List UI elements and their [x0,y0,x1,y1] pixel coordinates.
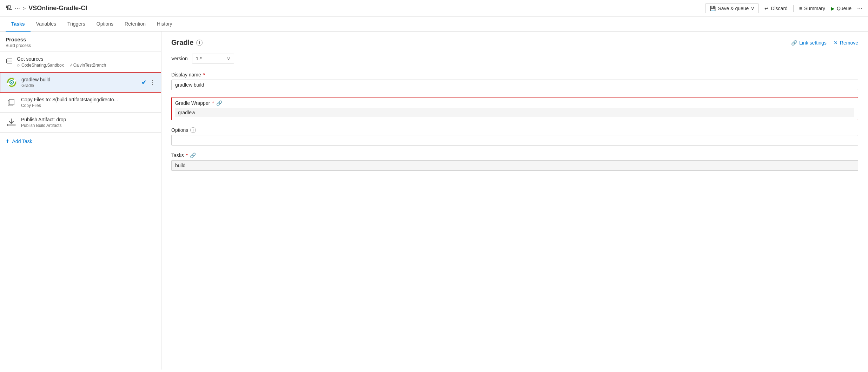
version-select[interactable]: 1.* ∨ [192,54,234,63]
floppy-icon: 💾 [710,6,716,11]
tasks-link-icon[interactable]: 🔗 [190,153,196,158]
task-name-gradlew-build: gradlew build [21,77,137,82]
display-name-label-text: Display name [171,72,201,77]
gradle-wrapper-value: gradlew [175,108,854,117]
tasks-input[interactable] [171,160,858,171]
summary-lines-icon: ≡ [799,6,802,11]
link-settings-button[interactable]: 🔗 Link settings [791,40,827,46]
topbar-more-dots[interactable]: ··· [15,5,20,12]
tasks-required: * [186,153,188,158]
svg-rect-9 [9,99,14,105]
process-header: Process Build process [0,32,161,52]
options-label: Options i [171,127,858,133]
topbar-left: 🏗 ··· > VSOnline-Gradle-CI [6,5,705,12]
tab-navigation: Tasks Variables Triggers Options Retenti… [0,17,868,32]
add-task-row[interactable]: + Add Task [0,133,161,150]
options-info-icon[interactable]: i [190,127,196,133]
discard-button[interactable]: ↩ Discard [764,6,787,11]
tasks-field-group: Tasks * 🔗 [171,153,858,171]
save-queue-button[interactable]: 💾 Save & queue ∨ [705,4,759,13]
options-label-text: Options [171,127,188,133]
topbar-overflow-icon[interactable]: ··· [857,5,862,12]
branch-icon: ⑂ [69,63,72,68]
get-sources-name: Get sources [17,56,155,62]
main-layout: Process Build process Get sources ◇ [0,32,868,370]
version-chevron-icon: ∨ [227,56,230,61]
version-row: Version 1.* ∨ [171,54,858,63]
task-name-publish-artifact: Publish Artifact: drop [21,117,155,122]
tasks-field-label: Tasks * 🔗 [171,153,858,158]
gradle-wrapper-field-group: Gradle Wrapper * 🔗 gradlew [171,97,858,120]
task-row-gradlew-build[interactable]: gradlew build Gradle ✔ ⋮ [0,72,161,93]
tab-retention[interactable]: Retention [119,17,151,32]
remove-x-icon: ✕ [834,40,838,46]
task-type-gradlew-build: Gradle [21,83,137,88]
play-icon: ▶ [831,6,835,11]
right-panel-title: Gradle i [171,39,203,47]
task-kebab-icon[interactable]: ⋮ [150,79,155,86]
undo-icon: ↩ [764,6,769,11]
get-sources-branch: ⑂ CalvinTestBranch [69,63,106,68]
version-label: Version [171,56,188,61]
gradle-wrapper-label-text: Gradle Wrapper [175,100,210,106]
task-type-copy-files: Copy Files [21,103,155,108]
get-sources-icon [6,57,13,67]
add-task-plus-icon: + [6,137,9,145]
queue-button[interactable]: ▶ Queue [831,6,852,11]
tab-variables[interactable]: Variables [31,17,62,32]
tasks-label-text: Tasks [171,153,184,158]
separator [793,5,794,12]
task-type-publish-artifact: Publish Build Artifacts [21,123,155,128]
left-panel: Process Build process Get sources ◇ [0,32,161,370]
topbar-title: VSOnline-Gradle-CI [28,5,87,12]
tab-history[interactable]: History [151,17,178,32]
display-name-label: Display name * [171,72,858,77]
svg-rect-10 [7,124,15,126]
tab-options[interactable]: Options [91,17,119,32]
repo-name: CodeSharing.Sandbox [21,63,64,68]
get-sources-row[interactable]: Get sources ◇ CodeSharing.Sandbox ⑂ Calv… [0,52,161,72]
display-name-input[interactable] [171,80,858,90]
get-sources-repo: ◇ CodeSharing.Sandbox [17,63,64,68]
task-row-copy-files[interactable]: Copy Files to: $(build.artifactstagingdi… [0,93,161,113]
topbar: 🏗 ··· > VSOnline-Gradle-CI 💾 Save & queu… [0,0,868,17]
home-icon[interactable]: 🏗 [6,5,12,12]
tab-tasks[interactable]: Tasks [6,17,31,32]
publish-artifact-task-icon [6,117,17,128]
save-queue-chevron: ∨ [751,6,754,11]
task-info-publish-artifact: Publish Artifact: drop Publish Build Art… [21,117,155,128]
svg-point-7 [11,82,12,83]
summary-button[interactable]: ≡ Summary [799,6,825,11]
task-info-gradlew-build: gradlew build Gradle [21,77,137,88]
display-name-required: * [203,72,205,77]
tab-triggers[interactable]: Triggers [62,17,91,32]
options-field-group: Options i [171,127,858,146]
branch-name: CalvinTestBranch [73,63,106,68]
repo-icon: ◇ [17,63,20,68]
queue-label: Queue [837,6,852,11]
link-settings-label: Link settings [799,40,827,46]
task-info-copy-files: Copy Files to: $(build.artifactstagingdi… [21,97,155,108]
topbar-right: 💾 Save & queue ∨ ↩ Discard ≡ Summary ▶ Q… [705,4,862,13]
add-task-label: Add Task [12,138,32,144]
gradle-title-text: Gradle [171,39,193,47]
gradle-info-icon[interactable]: i [196,40,203,46]
gradle-task-icon [6,77,17,88]
copy-files-task-icon [6,97,17,108]
link-settings-icon: 🔗 [791,40,797,46]
options-input[interactable] [171,135,858,146]
save-queue-label: Save & queue [718,6,749,11]
task-row-publish-artifact[interactable]: Publish Artifact: drop Publish Build Art… [0,113,161,133]
display-name-field-group: Display name * [171,72,858,90]
process-title: Process [6,36,155,42]
remove-button[interactable]: ✕ Remove [834,40,858,46]
gradle-wrapper-label: Gradle Wrapper * 🔗 [175,100,854,106]
get-sources-meta: ◇ CodeSharing.Sandbox ⑂ CalvinTestBranch [17,63,155,68]
discard-label: Discard [771,6,787,11]
task-actions-gradlew-build: ✔ ⋮ [141,79,155,86]
right-panel-actions: 🔗 Link settings ✕ Remove [791,40,858,46]
task-name-copy-files: Copy Files to: $(build.artifactstagingdi… [21,97,155,102]
right-panel: Gradle i 🔗 Link settings ✕ Remove Versio… [161,32,868,370]
process-subtitle: Build process [6,43,155,48]
gradle-wrapper-link-icon[interactable]: 🔗 [216,100,222,106]
